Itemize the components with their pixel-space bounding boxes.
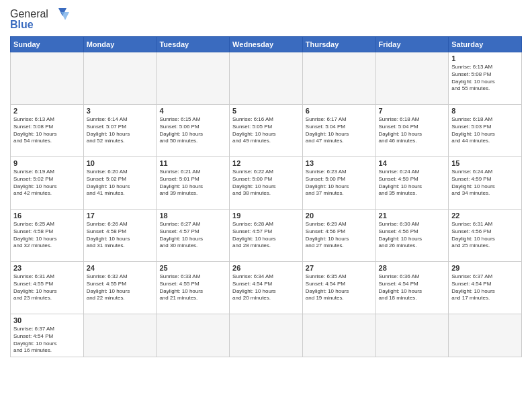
calendar-cell	[157, 314, 230, 357]
calendar-cell: 19Sunrise: 6:28 AM Sunset: 4:57 PM Dayli…	[230, 210, 303, 262]
calendar-cell: 10Sunrise: 6:20 AM Sunset: 5:02 PM Dayli…	[83, 157, 157, 210]
day-info: Sunrise: 6:26 AM Sunset: 4:58 PM Dayligh…	[87, 221, 154, 250]
calendar-cell: 11Sunrise: 6:21 AM Sunset: 5:01 PM Dayli…	[157, 157, 230, 210]
calendar-cell: 16Sunrise: 6:25 AM Sunset: 4:58 PM Dayli…	[11, 210, 84, 262]
day-info: Sunrise: 6:35 AM Sunset: 4:54 PM Dayligh…	[306, 273, 373, 302]
calendar-cell: 5Sunrise: 6:16 AM Sunset: 5:05 PM Daylig…	[230, 105, 303, 157]
day-number: 12	[232, 159, 300, 167]
weekday-wednesday: Wednesday	[230, 37, 303, 52]
day-number: 5	[232, 107, 300, 115]
logo: GeneralBlue	[10, 7, 77, 31]
weekday-monday: Monday	[83, 37, 157, 52]
day-number: 22	[451, 212, 519, 220]
calendar-cell: 23Sunrise: 6:31 AM Sunset: 4:55 PM Dayli…	[11, 262, 84, 314]
calendar-cell: 27Sunrise: 6:35 AM Sunset: 4:54 PM Dayli…	[302, 262, 375, 314]
calendar-cell: 6Sunrise: 6:17 AM Sunset: 5:04 PM Daylig…	[302, 105, 375, 157]
calendar-cell	[302, 314, 375, 357]
calendar-cell	[449, 314, 522, 357]
calendar-cell: 3Sunrise: 6:14 AM Sunset: 5:07 PM Daylig…	[83, 105, 157, 157]
day-info: Sunrise: 6:21 AM Sunset: 5:01 PM Dayligh…	[159, 169, 226, 197]
day-number: 3	[87, 107, 154, 115]
day-info: Sunrise: 6:17 AM Sunset: 5:04 PM Dayligh…	[306, 116, 373, 145]
day-number: 10	[87, 159, 154, 167]
day-number: 7	[379, 107, 446, 115]
svg-text:General: General	[10, 8, 48, 19]
day-number: 11	[159, 159, 226, 167]
weekday-saturday: Saturday	[449, 37, 522, 52]
day-number: 23	[13, 264, 81, 272]
calendar-cell	[375, 52, 449, 105]
day-number: 15	[451, 159, 519, 167]
calendar-week-1: 2Sunrise: 6:13 AM Sunset: 5:08 PM Daylig…	[11, 105, 522, 157]
header: GeneralBlue	[10, 7, 522, 31]
calendar-week-3: 16Sunrise: 6:25 AM Sunset: 4:58 PM Dayli…	[11, 210, 522, 262]
calendar-week-5: 30Sunrise: 6:37 AM Sunset: 4:54 PM Dayli…	[11, 314, 522, 357]
day-number: 14	[379, 159, 446, 167]
day-number: 17	[87, 212, 154, 220]
calendar-cell	[375, 314, 449, 357]
day-number: 20	[306, 212, 373, 220]
day-info: Sunrise: 6:16 AM Sunset: 5:05 PM Dayligh…	[232, 116, 300, 145]
day-number: 9	[13, 159, 81, 167]
calendar-cell	[302, 52, 375, 105]
day-number: 29	[451, 264, 519, 272]
day-info: Sunrise: 6:13 AM Sunset: 5:08 PM Dayligh…	[451, 64, 519, 93]
day-info: Sunrise: 6:37 AM Sunset: 4:54 PM Dayligh…	[451, 273, 519, 302]
day-info: Sunrise: 6:18 AM Sunset: 5:03 PM Dayligh…	[451, 116, 519, 145]
day-info: Sunrise: 6:30 AM Sunset: 4:56 PM Dayligh…	[379, 221, 446, 250]
calendar-cell: 1Sunrise: 6:13 AM Sunset: 5:08 PM Daylig…	[449, 52, 522, 105]
calendar-cell: 25Sunrise: 6:33 AM Sunset: 4:55 PM Dayli…	[157, 262, 230, 314]
day-info: Sunrise: 6:20 AM Sunset: 5:02 PM Dayligh…	[87, 169, 154, 197]
weekday-thursday: Thursday	[302, 37, 375, 52]
day-info: Sunrise: 6:22 AM Sunset: 5:00 PM Dayligh…	[232, 169, 300, 197]
calendar-cell: 7Sunrise: 6:18 AM Sunset: 5:04 PM Daylig…	[375, 105, 449, 157]
calendar-cell: 20Sunrise: 6:29 AM Sunset: 4:56 PM Dayli…	[302, 210, 375, 262]
day-info: Sunrise: 6:19 AM Sunset: 5:02 PM Dayligh…	[13, 169, 81, 197]
calendar-week-4: 23Sunrise: 6:31 AM Sunset: 4:55 PM Dayli…	[11, 262, 522, 314]
weekday-tuesday: Tuesday	[157, 37, 230, 52]
day-number: 18	[159, 212, 226, 220]
calendar-week-0: 1Sunrise: 6:13 AM Sunset: 5:08 PM Daylig…	[11, 52, 522, 105]
calendar-cell: 22Sunrise: 6:31 AM Sunset: 4:56 PM Dayli…	[449, 210, 522, 262]
day-number: 16	[13, 212, 81, 220]
day-number: 4	[159, 107, 226, 115]
day-info: Sunrise: 6:24 AM Sunset: 4:59 PM Dayligh…	[451, 169, 519, 197]
day-info: Sunrise: 6:14 AM Sunset: 5:07 PM Dayligh…	[87, 116, 154, 145]
weekday-friday: Friday	[375, 37, 449, 52]
generalblue-logo-icon: GeneralBlue	[10, 7, 77, 31]
calendar-table: SundayMondayTuesdayWednesdayThursdayFrid…	[10, 36, 522, 357]
calendar-cell: 17Sunrise: 6:26 AM Sunset: 4:58 PM Dayli…	[83, 210, 157, 262]
day-number: 2	[13, 107, 81, 115]
day-info: Sunrise: 6:33 AM Sunset: 4:55 PM Dayligh…	[159, 273, 226, 302]
svg-marker-3	[61, 12, 69, 20]
weekday-header-row: SundayMondayTuesdayWednesdayThursdayFrid…	[11, 37, 522, 52]
calendar-cell	[83, 52, 157, 105]
day-number: 27	[306, 264, 373, 272]
day-number: 6	[306, 107, 373, 115]
day-number: 26	[232, 264, 300, 272]
calendar-cell: 2Sunrise: 6:13 AM Sunset: 5:08 PM Daylig…	[11, 105, 84, 157]
day-info: Sunrise: 6:25 AM Sunset: 4:58 PM Dayligh…	[13, 221, 81, 250]
calendar-cell: 28Sunrise: 6:36 AM Sunset: 4:54 PM Dayli…	[375, 262, 449, 314]
calendar-cell: 26Sunrise: 6:34 AM Sunset: 4:54 PM Dayli…	[230, 262, 303, 314]
calendar-cell: 14Sunrise: 6:24 AM Sunset: 4:59 PM Dayli…	[375, 157, 449, 210]
calendar-cell: 13Sunrise: 6:23 AM Sunset: 5:00 PM Dayli…	[302, 157, 375, 210]
calendar-cell: 9Sunrise: 6:19 AM Sunset: 5:02 PM Daylig…	[11, 157, 84, 210]
calendar-cell: 30Sunrise: 6:37 AM Sunset: 4:54 PM Dayli…	[11, 314, 84, 357]
day-number: 25	[159, 264, 226, 272]
day-info: Sunrise: 6:28 AM Sunset: 4:57 PM Dayligh…	[232, 221, 300, 250]
day-number: 21	[379, 212, 446, 220]
day-number: 28	[379, 264, 446, 272]
calendar-cell: 18Sunrise: 6:27 AM Sunset: 4:57 PM Dayli…	[157, 210, 230, 262]
calendar-week-2: 9Sunrise: 6:19 AM Sunset: 5:02 PM Daylig…	[11, 157, 522, 210]
day-info: Sunrise: 6:32 AM Sunset: 4:55 PM Dayligh…	[87, 273, 154, 302]
day-number: 30	[13, 316, 81, 324]
day-info: Sunrise: 6:13 AM Sunset: 5:08 PM Dayligh…	[13, 116, 81, 145]
day-info: Sunrise: 6:27 AM Sunset: 4:57 PM Dayligh…	[159, 221, 226, 250]
day-number: 24	[87, 264, 154, 272]
calendar-cell: 24Sunrise: 6:32 AM Sunset: 4:55 PM Dayli…	[83, 262, 157, 314]
calendar-cell	[230, 314, 303, 357]
calendar-cell: 4Sunrise: 6:15 AM Sunset: 5:06 PM Daylig…	[157, 105, 230, 157]
day-info: Sunrise: 6:31 AM Sunset: 4:55 PM Dayligh…	[13, 273, 81, 302]
day-info: Sunrise: 6:36 AM Sunset: 4:54 PM Dayligh…	[379, 273, 446, 302]
